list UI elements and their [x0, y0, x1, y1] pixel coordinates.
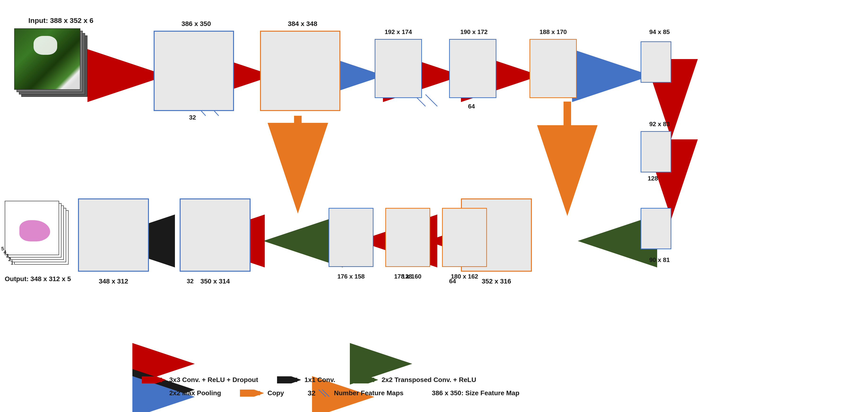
label-190x172: 190 x 172 [445, 28, 502, 36]
fm-180x162 [442, 208, 487, 267]
legend-item-number: 32 Number Feature Maps [308, 388, 403, 398]
legend-blue-label: 2x2 Max Pooling [169, 389, 221, 397]
legend-item-red: 3x3 Conv. + ReLU + Dropout [142, 376, 258, 384]
svg-line-42 [322, 389, 329, 397]
label-128: 128 [648, 175, 658, 182]
legend-number-lines-svg [317, 388, 332, 398]
fm-350x314 [180, 198, 251, 272]
fm-90x81 [641, 208, 671, 249]
label-386x350: 386 x 350 [156, 20, 237, 28]
legend-item-orange: Copy [240, 389, 284, 397]
label-92x83: 92 x 83 [638, 121, 681, 128]
label-192x174: 192 x 174 [370, 28, 427, 36]
legend-item-size: 386 x 350: Size Feature Map [432, 389, 519, 397]
fm-188x170 [529, 39, 577, 98]
legend-blue-arrow-svg [142, 389, 165, 397]
label-128-bot: 128 [402, 273, 412, 280]
legend-row-1: 3x3 Conv. + ReLU + Dropout 1x1 Conv. [142, 376, 851, 384]
legend-item-green: 2x2 Transposed Conv. + ReLU [354, 376, 476, 384]
fm-178x160 [385, 208, 430, 267]
input-stack [14, 28, 92, 102]
fm-190x172 [449, 39, 496, 98]
output-stack: 5 4 3 2 1 [5, 201, 71, 267]
label-94x85: 94 x 85 [638, 28, 681, 36]
label-64-top: 64 [468, 103, 475, 110]
legend: 3x3 Conv. + ReLU + Dropout 1x1 Conv. [142, 376, 851, 398]
legend-item-blue: 2x2 Max Pooling [142, 389, 221, 397]
output-label: Output: 348 x 312 x 5 [5, 275, 71, 283]
legend-row-2: 2x2 Max Pooling Copy 32 [142, 388, 851, 398]
legend-black-arrow-svg [277, 376, 301, 383]
legend-orange-label: Copy [267, 389, 284, 397]
legend-black-label: 1x1 Conv. [305, 376, 335, 384]
fm-384x348 [260, 31, 340, 111]
fm-386x350 [154, 31, 234, 111]
fm-94x85 [641, 41, 671, 83]
fm-348x312 [78, 198, 149, 272]
legend-red-arrow-svg [142, 376, 165, 383]
legend-number-value: 32 [308, 389, 315, 397]
legend-green-arrow-svg [354, 376, 378, 383]
legend-green-label: 2x2 Transposed Conv. + ReLU [381, 376, 476, 384]
legend-number-desc: Number Feature Maps [334, 389, 404, 397]
fm-176x158 [329, 208, 373, 267]
svg-line-41 [319, 389, 326, 397]
svg-line-30 [426, 95, 437, 106]
label-188x170: 188 x 170 [525, 28, 582, 36]
legend-item-black: 1x1 Conv. [277, 376, 335, 384]
label-180x162: 180 x 162 [437, 273, 492, 280]
label-384x348: 384 x 348 [262, 20, 343, 28]
label-90x81: 90 x 81 [638, 256, 681, 264]
input-label: Input: 388 x 352 x 6 [28, 17, 93, 25]
label-176x158: 176 x 158 [321, 273, 380, 280]
legend-size-label: 386 x 350: Size Feature Map [432, 389, 519, 397]
legend-orange-arrow-svg [240, 389, 264, 397]
label-348x312: 348 x 312 [75, 278, 151, 285]
fm-192x174 [375, 39, 422, 98]
legend-red-label: 3x3 Conv. + ReLU + Dropout [169, 376, 258, 384]
label-32-top: 32 [189, 114, 196, 121]
main-container: Input: 388 x 352 x 6 386 x 350 32 384 x … [0, 0, 868, 412]
label-32-bot: 32 [187, 278, 194, 285]
fm-92x83 [641, 131, 671, 172]
